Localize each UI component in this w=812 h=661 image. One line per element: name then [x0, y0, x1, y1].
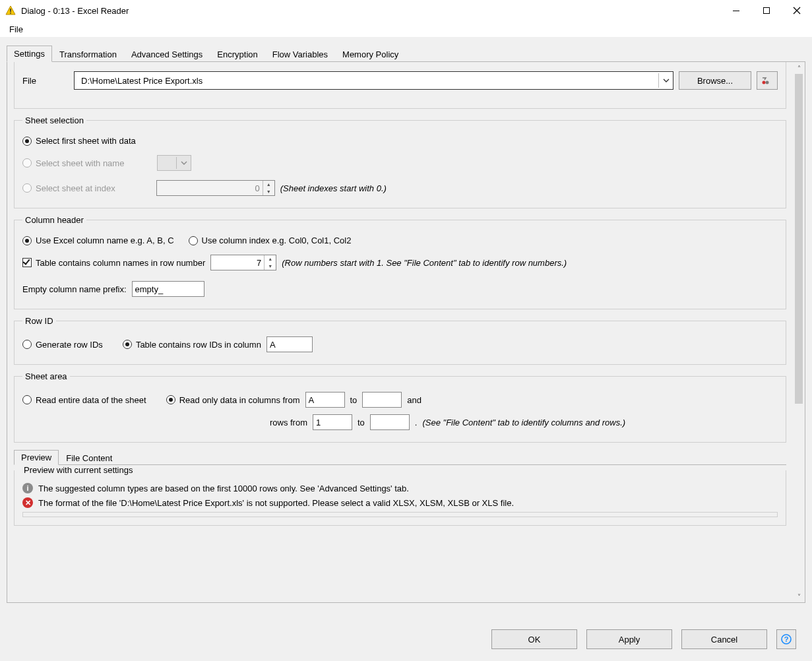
prefix-input[interactable]: [132, 281, 204, 297]
ok-button[interactable]: OK: [491, 629, 577, 649]
radio-first-sheet[interactable]: Select first sheet with data: [22, 136, 136, 146]
column-header-legend: Column header: [22, 215, 86, 225]
radio-generate-rowids[interactable]: Generate row IDs: [22, 340, 103, 350]
column-header-group: Column header Use Excel column name e.g.…: [14, 215, 786, 309]
main-tabbar: Settings Transformation Advanced Setting…: [7, 44, 805, 62]
maximize-button[interactable]: [751, 1, 782, 20]
browse-button[interactable]: Browse...: [679, 71, 751, 90]
radio-sheet-name[interactable]: Select sheet with name: [22, 158, 124, 168]
spinner-up-icon[interactable]: ▲: [265, 255, 276, 263]
menu-file[interactable]: File: [5, 23, 27, 36]
preview-info-row: i The suggested column types are based o…: [22, 483, 778, 493]
rows-from-label: rows from: [22, 418, 307, 427]
col-from-input[interactable]: [305, 392, 345, 408]
sheet-area-hint: (See "File Content" tab to identify colu…: [422, 418, 625, 427]
subtab-preview[interactable]: Preview: [14, 450, 59, 465]
radio-excel-colname[interactable]: Use Excel column name e.g. A, B, C: [22, 236, 174, 245]
row-id-group: Row ID Generate row IDs Table contains r…: [14, 316, 786, 365]
radio-read-entire[interactable]: Read entire data of the sheet: [22, 395, 146, 405]
preview-group: Preview with current settings i The sugg…: [14, 465, 786, 526]
svg-rect-4: [764, 8, 770, 14]
header-row-hint: (Row numbers start with 1. See "File Con…: [282, 258, 567, 268]
dialog-buttonbar: OK Apply Cancel ?: [0, 624, 812, 661]
preview-tabbar: Preview File Content: [14, 448, 786, 465]
svg-text:?: ?: [784, 635, 789, 643]
tab-encryption[interactable]: Encryption: [210, 46, 265, 62]
minimize-button[interactable]: [721, 1, 751, 20]
sheet-name-combo: [157, 155, 191, 171]
scroll-up-icon[interactable]: ˄: [794, 63, 803, 73]
svg-point-7: [763, 81, 766, 84]
spinner-up-icon: ▲: [263, 181, 274, 188]
label-to-2: to: [358, 418, 365, 427]
window-title: Dialog - 0:13 - Excel Reader: [21, 6, 721, 16]
preview-legend: Preview with current settings: [21, 465, 135, 475]
tab-advanced-settings[interactable]: Advanced Settings: [124, 46, 210, 62]
menubar: File: [0, 21, 812, 37]
info-icon: i: [22, 483, 33, 493]
subtab-file-content[interactable]: File Content: [59, 451, 119, 465]
label-dot: .: [415, 418, 418, 427]
header-row-spinner[interactable]: 7 ▲▼: [210, 255, 276, 270]
preview-error-text: The format of the file 'D:\Home\Latest P…: [38, 498, 514, 508]
tab-settings[interactable]: Settings: [7, 46, 52, 62]
file-path-combo[interactable]: D:\Home\Latest Price Export.xls: [74, 71, 673, 90]
settings-panel: File D:\Home\Latest Price Export.xls Bro…: [7, 62, 793, 602]
radio-index-colname[interactable]: Use column index e.g. Col0, Col1, Col2: [189, 236, 352, 245]
sheet-index-hint: (Sheet indexes start with 0.): [280, 183, 387, 193]
scroll-thumb[interactable]: [795, 74, 803, 404]
help-button[interactable]: ?: [776, 629, 796, 649]
sheet-selection-legend: Sheet selection: [22, 115, 86, 125]
app-icon: [5, 5, 16, 16]
tab-flow-variables[interactable]: Flow Variables: [265, 46, 335, 62]
dialog-body: Settings Transformation Advanced Setting…: [0, 37, 812, 661]
checkbox-contains-colnames[interactable]: Table contains column names in row numbe…: [22, 258, 205, 268]
vertical-scrollbar[interactable]: ˄ ˅: [793, 62, 805, 602]
preview-table-placeholder: [22, 512, 778, 517]
scroll-down-icon[interactable]: ˅: [794, 592, 803, 601]
svg-rect-2: [10, 13, 11, 14]
error-icon: ✕: [22, 497, 33, 508]
preview-error-row: ✕ The format of the file 'D:\Home\Latest…: [22, 497, 778, 508]
file-path-value: D:\Home\Latest Price Export.xls: [77, 76, 658, 86]
rowid-column-input[interactable]: [266, 336, 313, 352]
flow-variable-button[interactable]: [757, 71, 778, 90]
radio-table-rowids[interactable]: Table contains row IDs in column: [123, 340, 261, 350]
spinner-down-icon[interactable]: ▼: [265, 263, 276, 270]
sheet-index-spinner: 0 ▲▼: [156, 180, 275, 196]
preview-info-text: The suggested column types are based on …: [38, 484, 409, 493]
chevron-down-icon[interactable]: [658, 73, 673, 88]
row-id-legend: Row ID: [22, 316, 56, 326]
row-from-input[interactable]: [313, 414, 352, 430]
apply-button[interactable]: Apply: [586, 629, 672, 649]
row-to-input[interactable]: [370, 414, 410, 430]
label-and: and: [407, 395, 422, 405]
svg-point-8: [766, 81, 769, 84]
tab-transformation[interactable]: Transformation: [52, 46, 124, 62]
spinner-down-icon: ▼: [263, 188, 274, 195]
radio-read-range[interactable]: Read only data in columns from: [166, 395, 300, 405]
svg-rect-1: [10, 9, 11, 12]
cancel-button[interactable]: Cancel: [681, 629, 767, 649]
chevron-down-icon: [176, 157, 191, 169]
radio-sheet-index[interactable]: Select sheet at index: [22, 183, 115, 193]
titlebar: Dialog - 0:13 - Excel Reader: [0, 0, 812, 21]
file-label: File: [22, 76, 69, 86]
close-button[interactable]: [782, 1, 812, 20]
prefix-label: Empty column name prefix:: [22, 284, 127, 294]
tab-memory-policy[interactable]: Memory Policy: [335, 46, 406, 62]
sheet-area-legend: Sheet area: [22, 371, 70, 381]
sheet-selection-group: Sheet selection Select first sheet with …: [14, 115, 786, 208]
label-to-1: to: [350, 395, 358, 405]
col-to-input[interactable]: [362, 392, 402, 408]
file-section: File D:\Home\Latest Price Export.xls Bro…: [14, 62, 786, 109]
sheet-area-group: Sheet area Read entire data of the sheet…: [14, 371, 786, 443]
svg-rect-3: [733, 11, 739, 11]
